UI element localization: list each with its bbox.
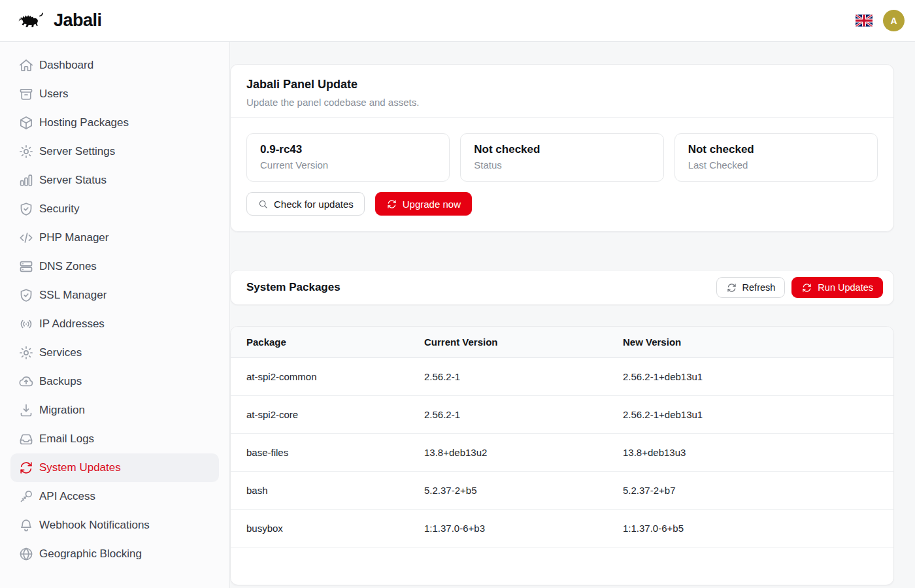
- column-header: Package: [231, 327, 408, 358]
- panel-update-card: Jabali Panel Update Update the panel cod…: [230, 64, 894, 232]
- sidebar: DashboardUsersHosting PackagesServer Set…: [0, 42, 230, 588]
- stack-icon: [18, 259, 34, 274]
- upgrade-now-button[interactable]: Upgrade now: [375, 192, 472, 216]
- home-icon: [18, 57, 34, 73]
- table-row: at-spi2-common2.56.2-12.56.2-1+deb13u1: [231, 358, 893, 396]
- table-row: busybox1:1.37.0-6+b31:1.37.0-6+b5: [231, 510, 893, 547]
- sidebar-item-label: Server Status: [39, 174, 107, 187]
- panel-update-stats: 0.9-rc43Current VersionNot checkedStatus…: [246, 133, 878, 182]
- table-cell: 13.8+deb13u3: [607, 434, 893, 472]
- sidebar-nav: DashboardUsersHosting PackagesServer Set…: [10, 51, 219, 568]
- top-header: Jabali A: [0, 0, 915, 42]
- table-cell: 1:1.37.0-6+b5: [607, 510, 893, 547]
- sidebar-item-label: DNS Zones: [39, 260, 97, 273]
- column-header: Current Version: [408, 327, 607, 358]
- main-content: System Updates Jabali Panel Update Updat…: [230, 0, 915, 585]
- sidebar-item-system-updates[interactable]: System Updates: [10, 453, 219, 482]
- packages-table-card: PackageCurrent VersionNew Version at-spi…: [230, 326, 894, 585]
- sidebar-item-label: Geographic Blocking: [39, 547, 142, 561]
- sidebar-item-email-logs[interactable]: Email Logs: [10, 425, 219, 453]
- refresh-icon: [801, 282, 812, 293]
- language-flag-icon[interactable]: [856, 14, 873, 27]
- packages-table: PackageCurrent VersionNew Version at-spi…: [231, 327, 893, 585]
- sidebar-item-label: SSL Manager: [39, 289, 107, 302]
- sidebar-item-server-status[interactable]: Server Status: [10, 166, 219, 195]
- run-updates-button[interactable]: Run Updates: [791, 277, 883, 298]
- sidebar-item-label: System Updates: [39, 461, 121, 474]
- table-cell: 5.2.37-2+b5: [408, 472, 607, 510]
- archive-icon: [18, 86, 34, 102]
- globe-icon: [18, 546, 34, 562]
- table-cell: base-files: [231, 434, 408, 472]
- table-cell: 1:1.37.0-6+b3: [408, 510, 607, 547]
- code-icon: [18, 230, 34, 246]
- key-icon: [18, 489, 34, 504]
- sidebar-item-label: Services: [39, 346, 82, 359]
- brand: Jabali: [17, 10, 102, 31]
- bars-icon: [18, 172, 34, 188]
- sidebar-item-label: Migration: [39, 404, 85, 417]
- sidebar-item-label: Users: [39, 88, 68, 101]
- sidebar-item-migration[interactable]: Migration: [10, 396, 219, 425]
- refresh-icon: [386, 199, 397, 210]
- user-avatar[interactable]: A: [883, 10, 905, 31]
- system-packages-card: System Packages Refresh Run Updates: [230, 270, 894, 305]
- sidebar-item-label: IP Addresses: [39, 318, 105, 331]
- table-row: bash5.2.37-2+b55.2.37-2+b7: [231, 472, 893, 510]
- system-packages-title: System Packages: [246, 281, 341, 294]
- stat-value: Not checked: [688, 143, 864, 156]
- sidebar-item-users[interactable]: Users: [10, 80, 219, 108]
- table-cell: at-spi2-core: [231, 396, 408, 434]
- cube-icon: [18, 115, 34, 131]
- sidebar-item-services[interactable]: Services: [10, 338, 219, 367]
- table-cell: 5.2.37-2+b7: [607, 472, 893, 510]
- sidebar-item-label: Security: [39, 203, 79, 216]
- cog-icon: [18, 144, 34, 159]
- brand-name: Jabali: [54, 10, 102, 31]
- sidebar-item-server-settings[interactable]: Server Settings: [10, 137, 219, 166]
- cog-icon: [18, 345, 34, 361]
- sidebar-item-dashboard[interactable]: Dashboard: [10, 51, 219, 80]
- sidebar-item-php-manager[interactable]: PHP Manager: [10, 223, 219, 252]
- stat-value: Not checked: [474, 143, 650, 156]
- stat-box: Not checkedLast Checked: [674, 133, 878, 182]
- table-cell: at-spi2-common: [231, 358, 408, 396]
- sidebar-item-label: PHP Manager: [39, 231, 108, 244]
- sidebar-item-ssl-manager[interactable]: SSL Manager: [10, 281, 219, 310]
- panel-update-subtitle: Update the panel codebase and assets.: [246, 97, 878, 108]
- shield-icon: [18, 287, 34, 303]
- sidebar-item-webhook-notifications[interactable]: Webhook Notifications: [10, 511, 219, 540]
- sidebar-item-dns-zones[interactable]: DNS Zones: [10, 252, 219, 281]
- search-icon: [258, 199, 269, 210]
- sidebar-item-label: Webhook Notifications: [39, 519, 150, 532]
- stat-label: Current Version: [260, 159, 436, 172]
- refresh-button[interactable]: Refresh: [716, 277, 786, 298]
- sidebar-item-backups[interactable]: Backups: [10, 367, 219, 396]
- sidebar-item-label: Server Settings: [39, 145, 115, 158]
- table-row: base-files13.8+deb13u213.8+deb13u3: [231, 434, 893, 472]
- signal-icon: [18, 316, 34, 332]
- sidebar-item-hosting-packages[interactable]: Hosting Packages: [10, 108, 219, 137]
- table-row: at-spi2-core2.56.2-12.56.2-1+deb13u1: [231, 396, 893, 434]
- sidebar-item-security[interactable]: Security: [10, 195, 219, 223]
- cloudup-icon: [18, 374, 34, 389]
- bell-icon: [18, 517, 34, 533]
- sidebar-item-api-access[interactable]: API Access: [10, 482, 219, 511]
- column-header: New Version: [607, 327, 893, 358]
- stat-box: Not checkedStatus: [460, 133, 663, 182]
- shield-icon: [18, 201, 34, 217]
- inbox-icon: [18, 431, 34, 447]
- stat-box: 0.9-rc43Current Version: [246, 133, 450, 182]
- check-for-updates-button[interactable]: Check for updates: [246, 192, 365, 216]
- table-cell: bash: [231, 472, 408, 510]
- panel-update-title: Jabali Panel Update: [246, 78, 878, 91]
- sidebar-item-label: Backups: [39, 375, 82, 388]
- sidebar-item-geographic-blocking[interactable]: Geographic Blocking: [10, 540, 219, 568]
- table-cell: 13.8+deb13u2: [408, 434, 607, 472]
- sidebar-item-label: Hosting Packages: [39, 116, 129, 129]
- stat-label: Last Checked: [688, 159, 864, 172]
- table-cell: 2.56.2-1: [408, 396, 607, 434]
- sidebar-item-ip-addresses[interactable]: IP Addresses: [10, 310, 219, 338]
- sidebar-item-label: Email Logs: [39, 433, 94, 446]
- sidebar-item-label: Dashboard: [39, 59, 93, 72]
